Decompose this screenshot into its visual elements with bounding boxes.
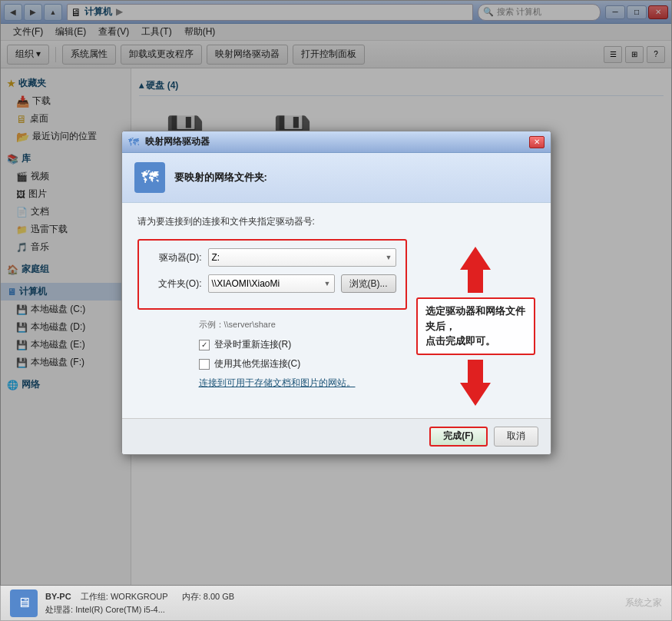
dialog-title-bar: 🗺 映射网络驱动器 ✕ [122, 131, 551, 153]
other-creds-checkbox[interactable] [199, 359, 210, 370]
status-computer-icon: 🖥 [10, 589, 38, 617]
other-creds-row: 使用其他凭据连接(C) [137, 357, 407, 370]
dialog-header-icon: 🗺 [134, 162, 165, 193]
drive-label: 驱动器(D): [148, 251, 202, 264]
status-info: BY-PC 工作组: WORKGROUP 内存: 8.00 GB 处理器: In… [45, 590, 234, 616]
finish-button[interactable]: 完成(F) [429, 427, 487, 447]
svg-marker-0 [460, 247, 491, 293]
reconnect-row: 登录时重新连接(R) [137, 338, 407, 351]
drive-value: Z: [212, 252, 220, 263]
drive-select[interactable]: Z: ▼ [208, 248, 396, 267]
annotation-text-line1: 选定驱动器和网络文件夹后， [425, 305, 525, 332]
folder-row: 文件夹(O): \\XIAOMI\XiaoMi ▼ 浏览(B)... [148, 274, 396, 293]
dialog-body: 请为要连接到的连接和文件夹指定驱动器号: 驱动器(D): Z: ▼ [122, 203, 551, 418]
folder-input[interactable]: \\XIAOMI\XiaoMi ▼ [208, 274, 335, 293]
dialog-form: 驱动器(D): Z: ▼ 文件夹(O): \\XIAOMI\Xiao [137, 239, 407, 406]
storage-link[interactable]: 连接到可用于存储文档和图片的网站。 [199, 377, 356, 388]
pc-name: BY-PC [45, 592, 71, 601]
folder-label: 文件夹(O): [148, 277, 202, 291]
folder-arrow-icon: ▼ [324, 280, 331, 287]
annotation-callout: 选定驱动器和网络文件夹后， 点击完成即可。 [416, 297, 535, 355]
map-drive-dialog: 🗺 映射网络驱动器 ✕ 🗺 要映射的网络文件夹: 请为要连接到的连接和文件夹指定… [121, 131, 551, 455]
reconnect-checkbox[interactable] [199, 340, 210, 350]
memory-value: 8.00 GB [204, 592, 234, 601]
cancel-button[interactable]: 取消 [494, 427, 538, 447]
browse-button[interactable]: 浏览(B)... [341, 274, 396, 293]
example-text: 示例：\\server\share [137, 319, 407, 330]
drive-row: 驱动器(D): Z: ▼ [148, 248, 396, 267]
dialog-form-area: 驱动器(D): Z: ▼ 文件夹(O): \\XIAOMI\Xiao [137, 239, 535, 406]
reconnect-label: 登录时重新连接(R) [214, 338, 292, 351]
dialog-header-title: 要映射的网络文件夹: [174, 171, 267, 184]
annotation-text-line2: 点击完成即可。 [425, 335, 495, 347]
annotation-right: 选定驱动器和网络文件夹后， 点击完成即可。 [416, 239, 535, 406]
processor-value: Intel(R) Core(TM) i5-4... [75, 605, 165, 614]
dialog-header: 🗺 要映射的网络文件夹: [122, 153, 551, 203]
watermark-text: 系统之家 [625, 596, 662, 609]
dialog-description: 请为要连接到的连接和文件夹指定驱动器号: [137, 215, 535, 228]
dialog-title-icon: 🗺 [128, 136, 141, 148]
link-row: 连接到可用于存储文档和图片的网站。 [137, 377, 407, 390]
workgroup-label: 工作组: [81, 592, 108, 601]
dialog-close-button[interactable]: ✕ [529, 136, 545, 148]
dialog-overlay: 🗺 映射网络驱动器 ✕ 🗺 要映射的网络文件夹: 请为要连接到的连接和文件夹指定… [0, 0, 672, 586]
dialog-footer: 完成(F) 取消 [122, 418, 551, 454]
memory-label: 内存: [182, 592, 201, 601]
dialog-title-text: 映射网络驱动器 [145, 135, 529, 148]
explorer-window: ◀ ▶ ▲ 🖥 计算机 ▶ 🔍 搜索 计算机 ─ □ ✕ 文件(F) 编辑(E)… [0, 0, 672, 621]
status-bar: 🖥 BY-PC 工作组: WORKGROUP 内存: 8.00 GB 处理器: … [1, 585, 671, 620]
processor-label: 处理器: [45, 605, 73, 614]
other-creds-label: 使用其他凭据连接(C) [214, 357, 301, 370]
annotation-arrow-down [456, 360, 495, 406]
folder-value: \\XIAOMI\XiaoMi [212, 278, 280, 289]
status-right: 系统之家 [625, 596, 662, 609]
svg-marker-1 [460, 360, 491, 406]
drive-arrow-icon: ▼ [386, 254, 392, 261]
annotation-form-box: 驱动器(D): Z: ▼ 文件夹(O): \\XIAOMI\Xiao [137, 239, 407, 310]
annotation-arrow-up [456, 247, 495, 293]
workgroup-value: WORKGROUP [111, 592, 167, 601]
